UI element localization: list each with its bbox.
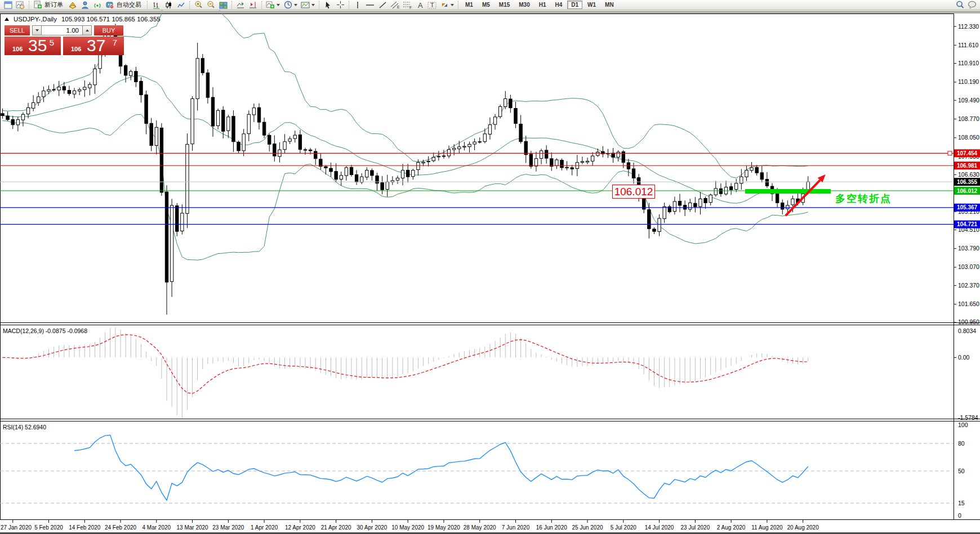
date-label: 5 Jul 2020 bbox=[611, 524, 637, 531]
timeframe-h4[interactable]: H4 bbox=[551, 1, 567, 9]
buy-price-box[interactable]: 106 37 7 bbox=[63, 37, 124, 55]
price-label-text: 107.454 bbox=[957, 150, 978, 156]
bear-candle bbox=[704, 199, 707, 203]
date-label: 23 Mar 2020 bbox=[212, 524, 244, 531]
text-tool-icon[interactable]: A bbox=[413, 1, 426, 10]
chat-icon[interactable] bbox=[966, 1, 978, 10]
bull-candle bbox=[396, 178, 399, 180]
turning-point-annotation[interactable]: 多空转折点 bbox=[835, 192, 892, 205]
bull-candle bbox=[740, 177, 743, 183]
date-label: 1 Apr 2020 bbox=[251, 524, 278, 531]
bull-candle bbox=[473, 142, 476, 144]
bull-candle bbox=[534, 159, 537, 166]
bull-candle bbox=[47, 89, 50, 91]
bear-candle bbox=[755, 168, 758, 173]
chart-window-icon[interactable] bbox=[2, 1, 14, 10]
bar-chart-icon[interactable] bbox=[150, 1, 162, 10]
bull-candle bbox=[463, 146, 466, 147]
bear-candle bbox=[776, 194, 778, 203]
auto-trading-icon[interactable] bbox=[104, 1, 116, 10]
sell-button[interactable]: SELL bbox=[5, 25, 30, 35]
trend-arrow-shaft[interactable] bbox=[786, 180, 820, 216]
bear-candle bbox=[335, 172, 337, 180]
tile-windows-icon[interactable] bbox=[217, 1, 229, 10]
volume-decrease-button[interactable] bbox=[32, 25, 42, 35]
price-tick-label: 110.190 bbox=[958, 78, 979, 85]
caret-down-icon[interactable] bbox=[451, 4, 454, 6]
caret-down-icon[interactable] bbox=[311, 4, 315, 6]
chart-title-symbol: USDJPY-,Daily bbox=[14, 16, 57, 23]
svg-text:A: A bbox=[418, 1, 423, 9]
support-highlight-bar[interactable] bbox=[745, 189, 831, 194]
template-icon[interactable] bbox=[299, 1, 311, 10]
auto-trading-label[interactable]: 自动交易 bbox=[117, 1, 141, 9]
line-chart-icon[interactable] bbox=[175, 1, 187, 10]
search-icon[interactable] bbox=[954, 1, 966, 10]
bear-candle bbox=[11, 119, 14, 124]
timeframe-mn[interactable]: MN bbox=[601, 1, 618, 9]
bear-candle bbox=[406, 170, 409, 177]
bear-candle bbox=[124, 66, 127, 75]
volume-input[interactable] bbox=[42, 25, 82, 35]
bear-candle bbox=[268, 135, 271, 144]
community-icon[interactable] bbox=[79, 1, 91, 10]
channel-tool-icon[interactable]: E bbox=[389, 1, 401, 10]
horizontal-line-tool-icon[interactable] bbox=[364, 1, 376, 10]
timeframe-m30[interactable]: M30 bbox=[515, 1, 533, 9]
caret-down-icon[interactable] bbox=[277, 4, 280, 6]
new-order-icon[interactable] bbox=[32, 1, 44, 10]
arrows-tool-icon[interactable] bbox=[438, 1, 451, 10]
bull-candle bbox=[786, 205, 789, 209]
cursor-icon[interactable] bbox=[322, 1, 334, 10]
bear-candle bbox=[442, 156, 445, 156]
bear-candle bbox=[150, 123, 153, 145]
date-label: 30 Apr 2020 bbox=[357, 524, 387, 531]
bull-candle bbox=[83, 87, 86, 89]
profile-chart-icon[interactable] bbox=[14, 1, 26, 10]
timeframe-h1[interactable]: H1 bbox=[535, 1, 550, 9]
sell-price-box[interactable]: 106 35 5 bbox=[5, 37, 61, 55]
macd-axis-zero: 0.00 bbox=[958, 354, 970, 361]
bear-candle bbox=[135, 71, 137, 82]
trendline-tool-icon[interactable] bbox=[376, 1, 389, 10]
caret-down-icon[interactable] bbox=[294, 4, 297, 6]
volume-increase-button[interactable] bbox=[82, 25, 92, 35]
chart-shift-icon[interactable] bbox=[247, 1, 259, 10]
timeframe-m15[interactable]: M15 bbox=[495, 1, 514, 9]
zoom-out-icon[interactable] bbox=[204, 1, 217, 10]
timeframe-w1[interactable]: W1 bbox=[583, 1, 600, 9]
bull-candle bbox=[247, 114, 250, 133]
price-level-annotation[interactable]: 106.012 bbox=[612, 185, 655, 199]
zoom-in-icon[interactable] bbox=[192, 1, 204, 10]
bull-candle bbox=[345, 168, 348, 176]
fibonacci-tool-icon[interactable]: F bbox=[401, 1, 413, 10]
bull-candle bbox=[483, 134, 486, 142]
auto-scroll-icon[interactable] bbox=[234, 1, 247, 10]
hline-handle[interactable] bbox=[948, 151, 952, 155]
buy-button[interactable]: BUY bbox=[94, 25, 123, 35]
bull-candle bbox=[196, 59, 199, 99]
add-indicator-icon[interactable] bbox=[264, 1, 277, 10]
indicators-icon[interactable] bbox=[66, 1, 79, 10]
vertical-line-tool-icon[interactable] bbox=[351, 1, 364, 10]
new-order-label[interactable]: 新订单 bbox=[44, 1, 63, 9]
bull-candle bbox=[452, 148, 455, 150]
date-label: 11 Aug 2020 bbox=[751, 524, 783, 531]
period-clock-icon[interactable] bbox=[282, 1, 294, 10]
bull-candle bbox=[427, 161, 430, 161]
timeframe-m5[interactable]: M5 bbox=[478, 1, 494, 9]
bull-candle bbox=[32, 102, 34, 108]
macd-axis-min: -1.5784 bbox=[958, 414, 978, 421]
bear-candle bbox=[201, 59, 204, 73]
bull-candle bbox=[663, 207, 666, 218]
signals-icon[interactable] bbox=[91, 1, 104, 10]
collapse-triangle-icon[interactable] bbox=[5, 17, 9, 21]
timeframe-m1[interactable]: M1 bbox=[461, 1, 477, 9]
candlestick-chart-icon[interactable] bbox=[162, 1, 175, 10]
timeframe-d1[interactable]: D1 bbox=[567, 1, 582, 9]
bull-candle bbox=[493, 117, 496, 124]
text-label-tool-icon[interactable]: T bbox=[426, 1, 438, 10]
sell-price-big: 35 bbox=[28, 36, 47, 55]
bull-candle bbox=[227, 117, 230, 131]
crosshair-icon[interactable] bbox=[334, 1, 346, 10]
